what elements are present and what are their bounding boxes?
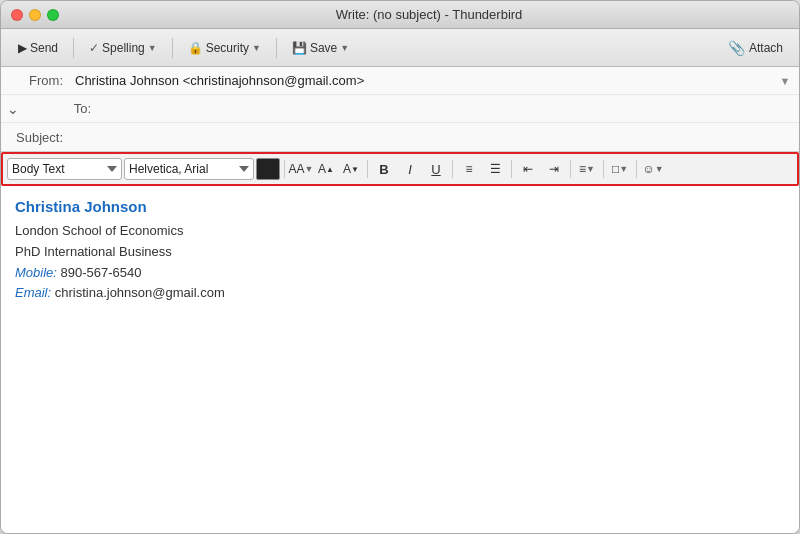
to-input[interactable] <box>99 99 799 118</box>
to-expand-icon[interactable]: ⌄ <box>1 101 29 117</box>
from-value: Christina Johnson <christinajohnson@gmai… <box>71 71 771 90</box>
font-size-aa-button[interactable]: AA ▼ <box>289 158 313 180</box>
underline-button[interactable]: U <box>424 158 448 180</box>
security-icon <box>188 41 203 55</box>
mobile-label: Mobile: <box>15 265 61 280</box>
subject-label: Subject: <box>1 130 71 145</box>
fmt-sep-3 <box>452 160 453 178</box>
indent-button[interactable]: ⇥ <box>542 158 566 180</box>
spelling-chevron: ▼ <box>148 43 157 53</box>
italic-button[interactable]: I <box>398 158 422 180</box>
font-select[interactable]: Helvetica, Arial Times New Roman Courier… <box>124 158 254 180</box>
toolbar-separator-1 <box>73 38 74 58</box>
signature-mobile-line: Mobile: 890-567-6540 <box>15 263 785 284</box>
unordered-list-button[interactable]: ≡ <box>457 158 481 180</box>
save-icon <box>292 41 307 55</box>
close-button[interactable] <box>11 9 23 21</box>
security-button[interactable]: Security ▼ <box>179 37 270 59</box>
email-label: Email: <box>15 285 55 300</box>
send-icon: ▶ <box>18 41 27 55</box>
app-window: Write: (no subject) - Thunderbird ▶ Send… <box>0 0 800 534</box>
emoji-button[interactable]: ☺▼ <box>641 158 665 180</box>
maximize-button[interactable] <box>47 9 59 21</box>
subject-input[interactable] <box>71 128 799 147</box>
format-toolbar: Body Text Heading 1 Heading 2 Helvetica,… <box>1 152 799 186</box>
bold-button[interactable]: B <box>372 158 396 180</box>
font-size-decrease-button[interactable]: A▼ <box>339 158 363 180</box>
ordered-list-button[interactable]: ☰ <box>483 158 507 180</box>
send-button[interactable]: ▶ Send <box>9 37 67 59</box>
fmt-sep-2 <box>367 160 368 178</box>
toolbar-separator-3 <box>276 38 277 58</box>
main-toolbar: ▶ Send Spelling ▼ Security ▼ Save ▼ Atta… <box>1 29 799 67</box>
from-row: From: Christina Johnson <christinajohnso… <box>1 67 799 95</box>
aa-chevron: ▼ <box>305 164 314 174</box>
outdent-button[interactable]: ⇤ <box>516 158 540 180</box>
fmt-sep-7 <box>636 160 637 178</box>
attach-button[interactable]: Attach <box>720 37 791 59</box>
font-size-increase-button[interactable]: A▲ <box>314 158 338 180</box>
from-label: From: <box>1 73 71 88</box>
subject-row: Subject: <box>1 123 799 151</box>
style-select[interactable]: Body Text Heading 1 Heading 2 <box>7 158 122 180</box>
align-button[interactable]: ≡▼ <box>575 158 599 180</box>
mobile-value: 890-567-6540 <box>61 265 142 280</box>
text-color-button[interactable] <box>256 158 280 180</box>
signature-school: London School of Economics <box>15 221 785 242</box>
toolbar-separator-2 <box>172 38 173 58</box>
to-row: ⌄ To: <box>1 95 799 123</box>
signature-name: Christina Johnson <box>15 198 785 215</box>
traffic-lights <box>11 9 59 21</box>
signature-email-line: Email: christina.johnson@gmail.com <box>15 283 785 304</box>
save-chevron: ▼ <box>340 43 349 53</box>
from-dropdown-icon[interactable]: ▼ <box>771 75 799 87</box>
fmt-sep-6 <box>603 160 604 178</box>
fmt-sep-5 <box>570 160 571 178</box>
spelling-button[interactable]: Spelling ▼ <box>80 37 166 59</box>
spell-icon <box>89 41 99 55</box>
mail-headers: From: Christina Johnson <christinajohnso… <box>1 67 799 152</box>
email-value: christina.johnson@gmail.com <box>55 285 225 300</box>
attach-icon <box>728 40 745 56</box>
insert-button[interactable]: □▼ <box>608 158 632 180</box>
signature-degree: PhD International Business <box>15 242 785 263</box>
save-button[interactable]: Save ▼ <box>283 37 358 59</box>
minimize-button[interactable] <box>29 9 41 21</box>
security-chevron: ▼ <box>252 43 261 53</box>
window-title: Write: (no subject) - Thunderbird <box>69 7 789 22</box>
to-label: To: <box>29 101 99 116</box>
mail-body-editor[interactable]: Christina Johnson London School of Econo… <box>1 186 799 533</box>
fmt-sep-4 <box>511 160 512 178</box>
titlebar: Write: (no subject) - Thunderbird <box>1 1 799 29</box>
font-size-group: AA ▼ A▲ A▼ <box>289 158 363 180</box>
fmt-sep-1 <box>284 160 285 178</box>
